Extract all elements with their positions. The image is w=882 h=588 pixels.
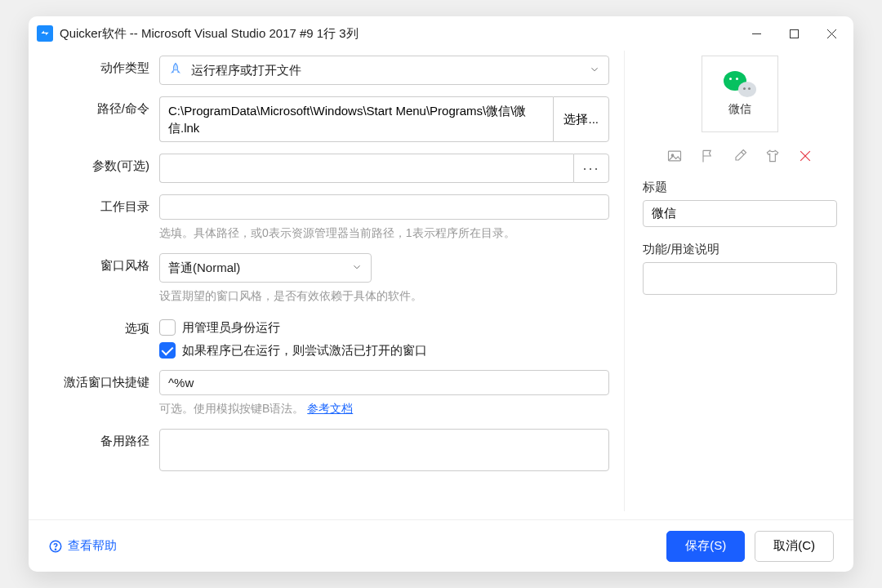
delete-icon[interactable]: [796, 147, 814, 165]
args-input[interactable]: [159, 154, 573, 183]
args-more-button[interactable]: ···: [573, 154, 609, 183]
window-style-value: 普通(Normal): [168, 261, 240, 276]
alt-path-input[interactable]: [159, 429, 609, 471]
flag-icon[interactable]: [698, 147, 716, 165]
eyedropper-icon[interactable]: [731, 147, 749, 165]
path-label: 路径/命令: [45, 96, 159, 142]
image-icon[interactable]: [666, 147, 684, 165]
options-label: 选项: [45, 316, 159, 359]
chevron-down-icon: [589, 64, 600, 78]
browse-button[interactable]: 选择...: [553, 96, 609, 142]
minimize-button[interactable]: [737, 19, 775, 48]
workdir-input[interactable]: [159, 194, 609, 220]
window-style-hint: 设置期望的窗口风格，是否有效依赖于具体的软件。: [159, 287, 609, 305]
tshirt-icon[interactable]: [764, 147, 782, 165]
help-link[interactable]: 查看帮助: [48, 538, 117, 554]
app-icon: [37, 25, 53, 42]
workdir-label: 工作目录: [45, 194, 159, 242]
hotkey-doc-link[interactable]: 参考文档: [307, 402, 353, 415]
hotkey-hint: 可选。使用模拟按键B语法。 参考文档: [159, 400, 609, 417]
action-type-select[interactable]: 运行程序或打开文件: [159, 56, 609, 85]
cancel-button[interactable]: 取消(C): [755, 531, 834, 562]
args-label: 参数(可选): [45, 154, 159, 183]
svg-point-9: [55, 549, 56, 550]
footer: 查看帮助 保存(S) 取消(C): [29, 519, 853, 572]
svg-rect-1: [790, 29, 798, 38]
hotkey-label: 激活窗口快捷键: [45, 370, 159, 417]
workdir-hint: 选填。具体路径，或0表示资源管理器当前路径，1表示程序所在目录。: [159, 225, 609, 242]
action-type-label: 动作类型: [45, 56, 159, 85]
window-style-label: 窗口风格: [45, 253, 159, 305]
activate-existing-label: 如果程序已在运行，则尝试激活已打开的窗口: [182, 343, 427, 359]
preview-label: 微信: [728, 102, 751, 117]
chevron-down-icon: [351, 261, 363, 275]
action-type-value: 运行程序或打开文件: [191, 63, 301, 78]
window-title: Quicker软件 -- Microsoft Visual Studio 201…: [60, 26, 359, 42]
title-field-label: 标题: [643, 180, 837, 195]
run-as-admin-label: 用管理员身份运行: [182, 320, 280, 336]
icon-preview[interactable]: 微信: [702, 56, 778, 132]
window-style-select[interactable]: 普通(Normal): [159, 253, 372, 283]
title-input[interactable]: [643, 200, 837, 227]
rocket-icon: [168, 62, 183, 79]
desc-field-label: 功能/用途说明: [643, 242, 837, 257]
maximize-button[interactable]: [775, 19, 813, 48]
path-input[interactable]: C:\ProgramData\Microsoft\Windows\Start M…: [159, 96, 553, 142]
wechat-icon: [724, 71, 756, 97]
activate-existing-checkbox[interactable]: [159, 342, 176, 359]
main-form: 动作类型 运行程序或打开文件 路径/命令: [45, 51, 625, 511]
desc-input[interactable]: [643, 262, 837, 295]
alt-path-label: 备用路径: [45, 429, 159, 474]
app-window: Quicker软件 -- Microsoft Visual Studio 201…: [29, 16, 853, 572]
run-as-admin-checkbox[interactable]: [159, 319, 176, 336]
hotkey-input[interactable]: [159, 370, 609, 395]
side-panel: 微信 标题 功能/用途说明: [625, 51, 837, 511]
close-button[interactable]: [813, 19, 850, 48]
save-button[interactable]: 保存(S): [666, 531, 745, 562]
titlebar: Quicker软件 -- Microsoft Visual Studio 201…: [29, 16, 853, 51]
